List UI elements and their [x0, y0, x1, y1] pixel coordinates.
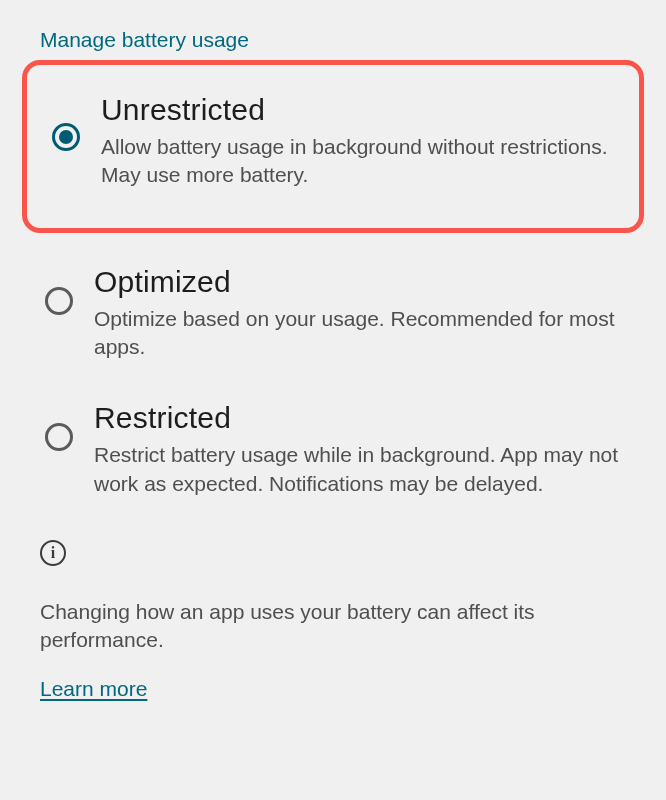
radio-button-selected-icon[interactable] — [52, 123, 80, 151]
info-icon: i — [40, 540, 66, 566]
info-text: Changing how an app uses your battery ca… — [40, 598, 626, 655]
option-title: Optimized — [94, 265, 626, 299]
option-description: Optimize based on your usage. Recommende… — [94, 305, 626, 362]
info-icon-wrap: i — [40, 540, 626, 566]
option-description: Restrict battery usage while in backgrou… — [94, 441, 626, 498]
radio-wrapper — [30, 265, 88, 315]
option-description: Allow battery usage in background withou… — [101, 133, 611, 190]
option-unrestricted[interactable]: Unrestricted Allow battery usage in back… — [37, 83, 621, 200]
info-section: i Changing how an app uses your battery … — [0, 518, 666, 701]
radio-wrapper — [30, 401, 88, 451]
battery-usage-panel: Manage battery usage Unrestricted Allow … — [0, 0, 666, 701]
option-text: Unrestricted Allow battery usage in back… — [95, 93, 611, 190]
option-optimized[interactable]: Optimized Optimize based on your usage. … — [0, 245, 666, 382]
radio-button-unselected-icon[interactable] — [45, 423, 73, 451]
section-header: Manage battery usage — [0, 28, 666, 60]
option-text: Optimized Optimize based on your usage. … — [88, 265, 626, 362]
radio-button-unselected-icon[interactable] — [45, 287, 73, 315]
option-title: Unrestricted — [101, 93, 611, 127]
option-text: Restricted Restrict battery usage while … — [88, 401, 626, 498]
highlighted-option-box: Unrestricted Allow battery usage in back… — [22, 60, 644, 233]
option-restricted[interactable]: Restricted Restrict battery usage while … — [0, 381, 666, 518]
learn-more-link[interactable]: Learn more — [40, 677, 147, 700]
radio-wrapper — [37, 93, 95, 151]
option-title: Restricted — [94, 401, 626, 435]
